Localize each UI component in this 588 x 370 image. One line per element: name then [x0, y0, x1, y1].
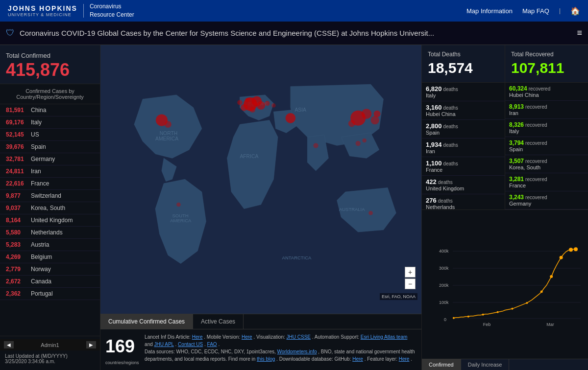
list-item[interactable]: 24,811Iran [0, 165, 100, 178]
esri-link[interactable]: Esri Living Atlas team [361, 334, 408, 340]
map-info-link[interactable]: Map Information [466, 7, 513, 15]
list-item[interactable]: 22,616France [0, 178, 100, 190]
header-divider [83, 4, 84, 18]
svg-point-17 [241, 104, 247, 111]
recovery-list-item[interactable]: 3,794 recoveredSpain [505, 137, 588, 155]
list-item[interactable]: 69,176Italy [0, 116, 100, 129]
recovery-list-item[interactable]: 8,326 recoveredItaly [505, 119, 588, 137]
list-item[interactable]: 5,283Austria [0, 239, 100, 251]
svg-point-21 [285, 113, 295, 123]
country-count: 52,145 [6, 131, 28, 138]
home-icon[interactable]: 🏠 [570, 6, 580, 16]
map-attribution: Esri, FAO, NOAA [380, 293, 417, 300]
country-name: Korea, South [31, 205, 65, 211]
death-list-item[interactable]: 3,160 deathsHubei China [422, 101, 505, 120]
feature-layer-link[interactable]: Here [399, 356, 410, 362]
recovery-list-item[interactable]: 60,324 recoveredHubei China [505, 83, 588, 101]
death-list-item[interactable]: 2,800 deathsSpain [422, 120, 505, 139]
jhu-apl-link[interactable]: JHU APL [154, 342, 174, 347]
admin-bar: ◀ Admin1 ▶ [0, 339, 100, 350]
svg-text:ASIA: ASIA [294, 107, 306, 113]
total-recovered-box: Total Recovered 107,811 [505, 45, 588, 82]
tab-cumulative[interactable]: Cumulative Confirmed Cases [100, 314, 193, 329]
main-layout: Total Confirmed 415,876 Confirmed Cases … [0, 45, 588, 370]
country-name: United Kingdom [31, 217, 73, 224]
death-list-item[interactable]: 6,820 deathsItaly [422, 83, 505, 101]
zoom-out-button[interactable]: − [405, 278, 416, 289]
contact-link[interactable]: Contact US [178, 342, 203, 347]
svg-point-52 [560, 256, 563, 259]
chart-area: 400k 300k 200k 100k 0 Feb Mar [422, 210, 588, 370]
chart-tab-daily[interactable]: Daily Increase [461, 359, 510, 370]
list-item[interactable]: 2,672Canada [0, 276, 100, 288]
confirmed-label: Total Confirmed [6, 52, 94, 59]
chart-tab-confirmed[interactable]: Confirmed [422, 359, 461, 370]
mobile-link[interactable]: Here [242, 334, 252, 340]
bottom-info-panel: 169 countries/regions Lancet Inf Dis Art… [100, 329, 421, 370]
svg-point-50 [540, 290, 543, 293]
svg-point-13 [371, 116, 379, 124]
lancet-link[interactable]: Here [192, 334, 203, 340]
list-item[interactable]: 9,877Switzerland [0, 190, 100, 202]
admin-next-button[interactable]: ▶ [86, 341, 96, 348]
sub-header: 🛡 Coronavirus COVID-19 Global Cases by t… [0, 22, 588, 45]
country-count: 32,781 [6, 156, 28, 162]
right-middle: 6,820 deathsItaly3,160 deathsHubei China… [422, 83, 588, 210]
country-count: 24,811 [6, 168, 28, 175]
list-item[interactable]: 5,580Netherlands [0, 227, 100, 239]
country-count: 5,283 [6, 241, 28, 248]
recovered-number: 107,811 [511, 60, 582, 76]
map-container[interactable]: NORTH AMERICA EUROPE ASIA AFRICA SOUTH A… [100, 45, 421, 314]
admin-prev-button[interactable]: ◀ [4, 341, 14, 348]
list-item[interactable]: 32,781Germany [0, 153, 100, 165]
worldometers-link[interactable]: Worldometers.info [277, 349, 317, 354]
list-item[interactable]: 39,676Spain [0, 141, 100, 153]
tab-active-cases[interactable]: Active Cases [193, 314, 244, 329]
svg-point-25 [368, 211, 373, 215]
death-list-item[interactable]: 276 deathsNetherlands [422, 194, 505, 209]
list-item[interactable]: 52,145US [0, 129, 100, 141]
recovery-list-item[interactable]: 3,281 recoveredFrance [505, 173, 588, 191]
country-name: Austria [31, 241, 49, 248]
country-name: Netherlands [31, 229, 63, 236]
zoom-in-button[interactable]: + [405, 267, 416, 278]
menu-icon[interactable]: ≡ [577, 28, 582, 38]
list-item[interactable]: 2,779Norway [0, 263, 100, 276]
svg-point-51 [550, 275, 553, 278]
svg-point-11 [362, 109, 372, 119]
recovery-list-item[interactable]: 8,913 recoveredIran [505, 101, 588, 119]
recovery-list-item[interactable]: 3,243 recoveredGermany [505, 191, 588, 209]
death-list-item[interactable]: 1,100 deathsFrance [422, 157, 505, 176]
country-list[interactable]: 81,591China69,176Italy52,145US39,676Spai… [0, 104, 100, 336]
list-item[interactable]: 4,269Belgium [0, 251, 100, 263]
death-list-item[interactable]: 422 deathsUnited Kingdom [422, 176, 505, 194]
list-item[interactable]: 81,591China [0, 104, 100, 116]
svg-point-47 [497, 311, 499, 313]
svg-text:AUSTRALIA: AUSTRALIA [339, 207, 365, 212]
svg-point-44 [453, 317, 455, 319]
country-name: Canada [31, 278, 51, 285]
blog-link[interactable]: this blog [257, 356, 275, 362]
country-name: France [31, 180, 49, 187]
list-item[interactable]: 2,362Portugal [0, 288, 100, 300]
jhu-csse-link[interactable]: JHU CSSE [287, 334, 311, 340]
list-item[interactable]: 8,164United Kingdom [0, 214, 100, 227]
country-count-block: 169 countries/regions [105, 333, 140, 367]
admin-label: Admin1 [41, 342, 59, 348]
list-item[interactable]: 9,037Korea, South [0, 202, 100, 214]
left-sidebar: Total Confirmed 415,876 Confirmed Cases … [0, 45, 100, 370]
country-count: 22,616 [6, 180, 28, 187]
recovery-list-item[interactable]: 3,507 recoveredKorea, South [505, 155, 588, 173]
github-link[interactable]: Here [352, 356, 363, 362]
faq-link[interactable]: FAQ [207, 342, 217, 347]
map-faq-link[interactable]: Map FAQ [522, 7, 549, 15]
svg-point-54 [574, 247, 578, 251]
svg-point-28 [245, 98, 250, 102]
right-top-stats: Total Deaths 18,574 Total Recovered 107,… [422, 45, 588, 83]
deaths-number: 18,574 [428, 60, 499, 76]
death-list-item[interactable]: 1,934 deathsIran [422, 139, 505, 157]
deaths-list[interactable]: 6,820 deathsItaly3,160 deathsHubei China… [422, 83, 505, 209]
center-area: NORTH AMERICA EUROPE ASIA AFRICA SOUTH A… [100, 45, 421, 370]
recovered-list[interactable]: 60,324 recoveredHubei China8,913 recover… [505, 83, 588, 209]
top-header: JOHNS HOPKINS UNIVERSITY & MEDICINE Coro… [0, 0, 588, 22]
